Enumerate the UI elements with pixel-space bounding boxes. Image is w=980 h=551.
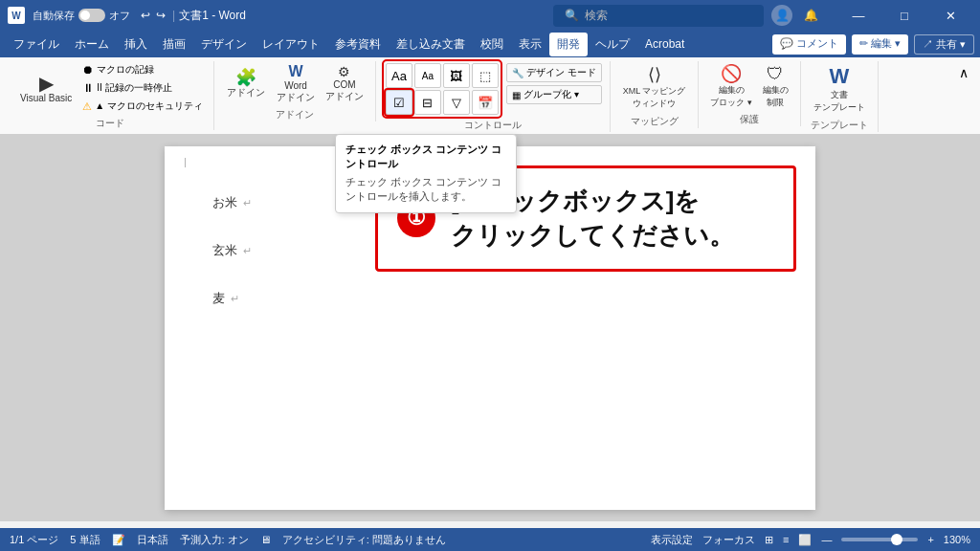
macro-security-label: ▲ マクロのセキュリティ [95,99,203,113]
menu-draw[interactable]: 描画 [155,33,193,56]
group-btn[interactable]: ▦ グループ化 ▾ [506,85,602,104]
mapping-group-label: マッピング [631,115,679,128]
template-group-label: テンプレート [811,119,868,132]
display-settings[interactable]: 表示設定 [651,533,693,547]
block-edit-btn[interactable]: 🚫 編集のブロック ▾ [706,61,756,111]
ribbon-collapse-btn[interactable]: ∧ [955,61,972,84]
record-icon: ⏺ [82,63,94,77]
focus-mode[interactable]: フォーカス [702,533,755,547]
restrict-edit-btn[interactable]: 🛡 編集の制限 [759,62,792,111]
doc-title: 文書1 - Word [179,8,246,24]
predict-input: 予測入力: オン [180,533,249,547]
controls-grid-wrapper: Aa Aa 🖼 ⬚ ☑ ⊟ ▽ 📅 [384,61,501,117]
ctrl-date-picker[interactable]: 📅 [472,90,499,115]
ctrl-building-block[interactable]: ⬚ [472,63,499,88]
autosave-label: 自動保存 [33,9,75,23]
line-1-arrow: ↵ [243,197,252,209]
status-icon2: 🖥 [260,534,271,545]
doc-title-text: 文書1 - Word [179,8,553,24]
macro-record-label: マクロの記録 [97,63,154,77]
macro-pause-label: II 記録の一時停止 [97,81,171,95]
word-count: 5 単語 [70,533,100,547]
zoom-minus-btn[interactable]: — [821,534,832,545]
autosave-state: オフ [109,9,130,23]
menu-mailings[interactable]: 差し込み文書 [389,33,473,56]
menu-design[interactable]: デザイン [193,33,255,56]
xml-mapping-btn[interactable]: ⟨⟩ XML マッピングウィンドウ [618,61,691,113]
vb-label: Visual Basic [20,93,72,103]
controls-grid: Aa Aa 🖼 ⬚ ☑ ⊟ ▽ 📅 [386,63,499,115]
template-icon: W [830,64,850,89]
menu-file[interactable]: ファイル [6,33,67,56]
visual-basic-button[interactable]: ▶ Visual Basic [15,71,77,106]
addin-icon: 🧩 [235,69,256,86]
menu-insert[interactable]: 挿入 [117,33,155,56]
ribbon: ▶ Visual Basic ⏺ マクロの記録 ⏸ II 記録の一時停止 ⚠ ▲… [0,57,980,135]
undo-icon[interactable]: ↩ [141,9,150,22]
menu-developer[interactable]: 開発 [549,33,588,56]
zoom-plus-btn[interactable]: + [927,534,933,545]
addin-label: アドイン [227,86,265,99]
zoom-level: 130% [944,534,970,545]
status-bar: 1/1 ページ 5 単語 📝 日本語 予測入力: オン 🖥 アクセシビリティ: … [0,528,980,551]
menu-review[interactable]: 校閲 [473,33,511,56]
zoom-slider[interactable] [841,538,918,541]
line-3-text: 麦 [212,291,225,305]
menu-layout[interactable]: レイアウト [255,33,327,56]
menu-bar: ファイル ホーム 挿入 描画 デザイン レイアウト 参考資料 差し込み文書 校閲… [0,31,980,57]
ctrl-dropdown[interactable]: ▽ [443,90,470,115]
comment-button[interactable]: 💬 コメント [772,34,846,55]
warning-icon: ⚠ [82,100,92,113]
tooltip: チェック ボックス コンテンツ コントロール チェック ボックス コンテンツ コ… [335,134,517,213]
page-info: 1/1 ページ [10,533,58,547]
xml-label: XML マッピングウィンドウ [623,85,686,110]
edit-button[interactable]: ✏ 編集 ▾ [852,34,908,55]
macro-security-btn[interactable]: ⚠ ▲ マクロのセキュリティ [79,98,206,115]
view-icon2[interactable]: ≡ [783,534,789,545]
word-addin-label2: アドイン [277,91,315,104]
menu-view[interactable]: 表示 [511,33,549,56]
com-addin-label2: アドイン [325,90,364,103]
share-button[interactable]: ↗ 共有 ▾ [914,34,974,55]
menu-home[interactable]: ホーム [67,33,117,56]
group-icon: ▦ [512,90,521,100]
view-icon3[interactable]: ⬜ [798,534,812,546]
ctrl-plain-text[interactable]: Aa [414,63,441,88]
tooltip-title: チェック ボックス コンテンツ コントロール [345,143,506,171]
ctrl-checkbox[interactable]: ☑ [386,90,412,115]
doc-template-btn[interactable]: W 文書テンプレート [809,61,870,117]
design-mode-btn[interactable]: 🔧 デザイン モード [506,63,602,82]
macro-pause-btn[interactable]: ⏸ II 記録の一時停止 [79,79,206,97]
accessibility: アクセシビリティ: 問題ありません [282,533,446,547]
close-button[interactable]: ✕ [928,0,972,31]
line-3-arrow: ↵ [231,293,239,305]
add-in-button[interactable]: 🧩 アドイン [222,66,270,102]
ribbon-group-addins: 🧩 アドイン W Word アドイン ⚙ COM アドイン アドイン [214,61,376,121]
minimize-button[interactable]: — [836,0,880,31]
mapping-buttons: ⟨⟩ XML マッピングウィンドウ [618,61,691,113]
design-mode-label: デザイン モード [526,66,596,79]
ctrl-combo-box[interactable]: ⊟ [414,90,441,115]
ribbon-group-code: ▶ Visual Basic ⏺ マクロの記録 ⏸ II 記録の一時停止 ⚠ ▲… [8,61,214,130]
word-addin-button[interactable]: W Word アドイン [273,61,319,106]
maximize-button[interactable]: □ [882,0,926,31]
autosave-toggle[interactable] [78,9,105,22]
line-2-text: 玄米 [212,243,237,257]
xml-icon: ⟨⟩ [648,64,661,85]
ctrl-picture[interactable]: 🖼 [443,63,470,88]
protect-buttons: 🚫 編集のブロック ▾ 🛡 編集の制限 [706,61,792,111]
menu-acrobat[interactable]: Acrobat [637,33,692,55]
app-icon: W [8,7,25,24]
menu-help[interactable]: ヘルプ [588,33,637,56]
menu-references[interactable]: 参考資料 [327,33,389,56]
redo-icon[interactable]: ↪ [156,9,166,22]
design-mode-section: 🔧 デザイン モード ▦ グループ化 ▾ [506,63,602,104]
view-icon1[interactable]: ⊞ [765,534,773,546]
com-addin-label: COM [333,79,355,90]
com-addin-button[interactable]: ⚙ COM アドイン [322,62,368,105]
user-avatar[interactable]: 👤 [771,5,792,26]
bell-icon[interactable]: 🔔 [800,5,821,26]
search-bar[interactable]: 🔍 検索 [553,5,764,27]
macro-record-btn[interactable]: ⏺ マクロの記録 [79,61,206,78]
ctrl-rich-text[interactable]: Aa [386,63,412,88]
